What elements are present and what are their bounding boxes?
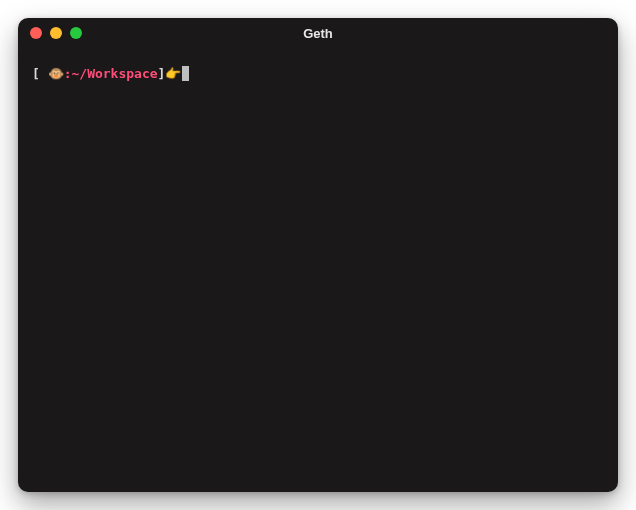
titlebar: Geth bbox=[18, 18, 618, 48]
text-cursor[interactable] bbox=[182, 66, 189, 81]
traffic-lights bbox=[30, 27, 82, 39]
prompt-line: [ 🐵 : ~/Workspace ] 👉 bbox=[32, 64, 604, 84]
close-icon[interactable] bbox=[30, 27, 42, 39]
minimize-icon[interactable] bbox=[50, 27, 62, 39]
window-title: Geth bbox=[18, 26, 618, 41]
prompt-sep: : bbox=[64, 64, 72, 84]
terminal-body[interactable]: [ 🐵 : ~/Workspace ] 👉 bbox=[18, 48, 618, 492]
terminal-window: Geth [ 🐵 : ~/Workspace ] 👉 bbox=[18, 18, 618, 492]
monkey-icon: 🐵 bbox=[48, 64, 64, 84]
maximize-icon[interactable] bbox=[70, 27, 82, 39]
prompt-path: ~/Workspace bbox=[71, 64, 157, 84]
pointing-hand-icon: 👉 bbox=[165, 64, 181, 84]
prompt-bracket-close: ] bbox=[158, 64, 166, 84]
prompt-bracket-open: [ bbox=[32, 64, 48, 84]
